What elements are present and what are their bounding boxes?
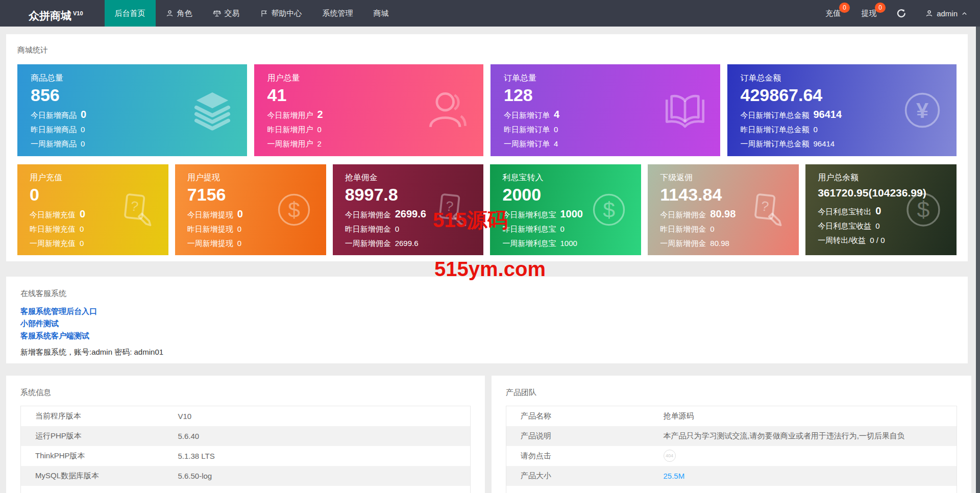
service-account-note: 新增客服系统，账号:admin 密码: admin01 <box>20 348 953 357</box>
nav-item-trade[interactable]: 交易 <box>203 0 250 27</box>
service-admin-entry-link[interactable]: 客服系统管理后台入口 <box>20 305 97 317</box>
main-menu: 后台首页 角色 交易 帮助中心 系统管理 商城 <box>105 0 399 27</box>
recharge-button[interactable]: 充值 0 <box>815 0 851 27</box>
stat-value: 0 <box>237 208 243 219</box>
card-stat-line: 一周新增订单4 <box>504 139 707 149</box>
username: admin <box>937 9 958 18</box>
stat-value: 4 <box>554 109 559 120</box>
product-team-table: 产品名称抢单源码 产品说明本产品只为学习测试交流,请勿要做商业或者用于违法行为,… <box>506 406 957 493</box>
row-label: 请勿点击 <box>506 446 649 466</box>
row-value <box>164 486 471 493</box>
stat-card-products-total: 商品总量 856 今日新增商品0 昨日新增商品0 一周新增商品0 <box>17 64 247 156</box>
row-label: 产品名称 <box>506 406 649 426</box>
stat-text: 一周新增佣金 <box>660 239 706 248</box>
bottom-section: 系统信息 当前程序版本V10 运行PHP版本5.6.40 ThinkPHP版本5… <box>6 376 980 493</box>
stat-text: 昨日新增利息宝 <box>502 225 556 233</box>
stat-value: 0 <box>560 225 564 233</box>
card-label: 下级返佣 <box>660 172 787 183</box>
row-label: MySQL数据库版本 <box>21 466 164 486</box>
withdraw-button[interactable]: 提现 0 <box>851 0 887 27</box>
dollar-circle-icon: $ <box>588 189 630 231</box>
table-row: 产品名称抢单源码 <box>506 406 957 426</box>
card-label: 订单总量 <box>504 72 707 84</box>
stat-value: 0 <box>395 225 399 233</box>
service-panel-title: 在线客服系统 <box>20 289 953 299</box>
card-stat-line: 一周新增用户2 <box>267 139 471 149</box>
withdraw-label: 提现 <box>861 9 876 18</box>
row-value: 404 <box>649 446 957 466</box>
stats-cards-row1: 商品总量 856 今日新增商品0 昨日新增商品0 一周新增商品0 用户总量 41… <box>17 64 957 156</box>
stat-card-users-total: 用户总量 41 今日新增用户2 昨日新增用户0 一周新增用户2 <box>254 64 484 156</box>
stat-text: 昨日新增订单总金额 <box>741 125 810 134</box>
service-links: 客服系统管理后台入口 小部件测试 客服系统客户端测试 <box>20 305 953 342</box>
table-row <box>21 486 471 493</box>
row-label <box>21 486 164 493</box>
stat-value: 0 <box>237 225 241 233</box>
row-value: 本产品只为学习测试交流,请勿要做商业或者用于违法行为,一切后果自负 <box>649 426 957 446</box>
stat-text: 一周新增提现 <box>187 239 233 248</box>
404-badge[interactable]: 404 <box>664 450 676 462</box>
nav-item-system[interactable]: 系统管理 <box>312 0 363 27</box>
doc-question-icon: ? <box>745 188 788 231</box>
stat-card-orders-total: 订单总量 128 今日新增订单4 昨日新增订单0 一周新增订单4 <box>491 64 720 156</box>
stat-card-user-withdraw: 用户提现 7156 今日新增提现0 昨日新增提现0 一周新增提现0 $ <box>175 164 326 255</box>
nav-label: 交易 <box>225 9 240 18</box>
recharge-label: 充值 <box>825 9 841 18</box>
stat-value: 96414 <box>814 109 842 120</box>
card-stat-line: 一周新增订单总金额96414 <box>741 139 944 149</box>
card-label: 商品总量 <box>31 72 234 84</box>
stat-text: 一周新增利息宝 <box>502 239 556 248</box>
stats-panel-title: 商城统计 <box>17 45 957 55</box>
nav-item-mall[interactable]: 商城 <box>363 0 399 27</box>
stat-text: 今日新增佣金 <box>660 210 706 219</box>
stat-text: 昨日新增佣金 <box>345 225 391 233</box>
card-label: 用户提现 <box>187 172 314 183</box>
nav-item-roles[interactable]: 角色 <box>156 0 203 27</box>
table-row: 请勿点击404 <box>506 446 957 466</box>
online-service-panel: 在线客服系统 客服系统管理后台入口 小部件测试 客服系统客户端测试 新增客服系统… <box>6 277 968 363</box>
nav-item-home[interactable]: 后台首页 <box>105 0 156 27</box>
stat-text: 今日新增佣金 <box>345 210 391 219</box>
stat-value: 0 <box>80 208 85 219</box>
row-value <box>649 486 957 493</box>
stat-value: 96414 <box>814 139 835 148</box>
product-size-link[interactable]: 25.5M <box>664 472 685 480</box>
brand-logo[interactable]: 众拼商城V10 <box>0 0 105 27</box>
card-stat-line: 一周新增商品0 <box>31 139 234 149</box>
stat-text: 昨日新增用户 <box>267 125 313 134</box>
table-row: 产品大小25.5M <box>506 466 957 486</box>
stat-text: 今日新增订单总金额 <box>741 111 810 119</box>
stat-text: 一周新增订单总金额 <box>741 139 810 148</box>
stat-value: 2 <box>317 139 322 148</box>
nav-label: 帮助中心 <box>272 9 302 18</box>
stat-value: 1000 <box>560 208 583 219</box>
stat-text: 昨日新增商品 <box>31 125 77 134</box>
stat-text: 今日新增订单 <box>504 111 550 119</box>
stat-card-sub-rebate: 下级返佣 1143.84 今日新增佣金80.98 昨日新增佣金0 一周新增佣金8… <box>648 164 799 255</box>
stat-text: 今日新增充值 <box>30 210 76 219</box>
svg-text:$: $ <box>288 198 300 222</box>
doc-question-icon: ? <box>114 188 157 231</box>
row-value: 5.6.40 <box>164 426 471 446</box>
brand-name: 众拼商城 <box>29 10 71 21</box>
user-menu[interactable]: admin <box>916 0 980 27</box>
stat-value: 1000 <box>560 239 577 248</box>
table-row: 运行PHP版本5.6.40 <box>21 426 471 446</box>
stat-text: 昨日新增充值 <box>30 225 76 233</box>
stat-value: 0 / 0 <box>870 236 885 244</box>
stat-text: 昨日新增佣金 <box>660 225 706 233</box>
nav-label: 系统管理 <box>323 9 353 18</box>
refresh-button[interactable] <box>887 0 916 27</box>
card-stat-line: 一周新增提现0 <box>187 238 314 249</box>
row-label: 当前程序版本 <box>21 406 164 426</box>
stat-value: 2 <box>317 109 323 120</box>
stat-text: 一周转出/收益 <box>818 236 866 244</box>
withdraw-badge: 0 <box>875 3 886 13</box>
service-client-test-link[interactable]: 客服系统客户端测试 <box>20 330 89 342</box>
nav-item-help-center[interactable]: 帮助中心 <box>250 0 312 27</box>
row-value: 抢单源码 <box>649 406 957 426</box>
card-stat-line: 一周新增利息宝1000 <box>502 238 629 249</box>
widget-test-link[interactable]: 小部件测试 <box>20 317 59 330</box>
user-icon <box>166 10 174 17</box>
vertical-scrollbar-thumb[interactable] <box>976 27 980 493</box>
